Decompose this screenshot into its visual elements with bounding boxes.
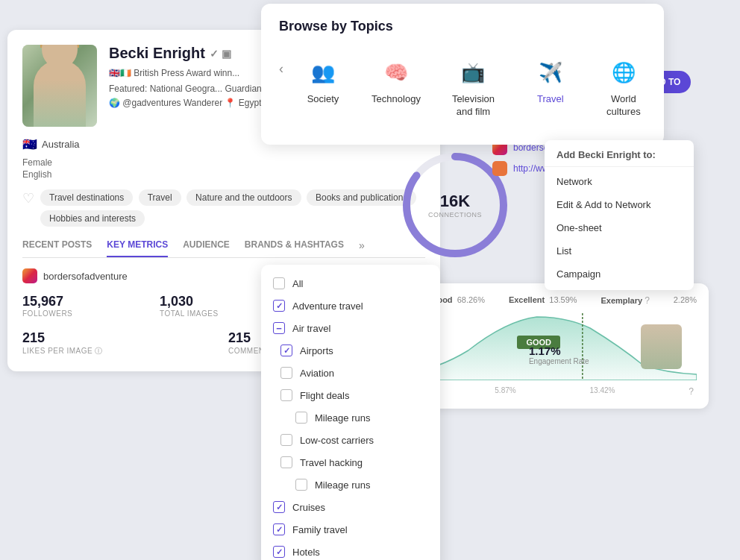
cb-travel-hacking-box[interactable] [280, 456, 292, 468]
context-one-sheet[interactable]: One-sheet [545, 216, 694, 239]
context-menu: Add Becki Enright to: Network Edit & Add… [545, 140, 694, 290]
cb-mileage-runs-1-box[interactable] [295, 412, 307, 424]
topic-technology-label: Technology [371, 93, 421, 106]
followers-value: 15,967 [22, 294, 151, 309]
ig-handle-label: bordersofadventure [43, 271, 128, 282]
tab-recent-posts[interactable]: RECENT POSTS [22, 239, 92, 257]
cb-travel-hacking[interactable]: Travel hacking [261, 451, 440, 474]
cb-all-box[interactable] [273, 277, 285, 289]
topic-television-label: Television and film [448, 93, 498, 119]
verified-icon: ✓ ▣ [210, 48, 231, 60]
chart-thumbnail [641, 324, 682, 369]
browse-topics-card: Browse by Topics ‹ 👥 Society 🧠 Technolog… [261, 4, 664, 145]
world-cultures-icon: 🌐 [609, 57, 639, 87]
instagram-icon [22, 268, 37, 283]
tag-hobbies[interactable]: Hobbies and interests [40, 210, 145, 227]
browse-title: Browse by Topics [279, 19, 646, 34]
cb-cruises[interactable]: Cruises [261, 496, 440, 518]
followers-label: FOLLOWERS [22, 309, 151, 318]
favorite-button[interactable]: ♡ [22, 190, 34, 207]
topic-technology[interactable]: 🧠 Technology [363, 46, 430, 130]
topic-world-cultures[interactable]: 🌐 World cultures [590, 46, 657, 130]
cb-hotels[interactable]: Hotels [261, 541, 440, 560]
cb-cruises-label: Cruises [292, 502, 428, 513]
cb-low-cost[interactable]: Low-cost carriers [261, 429, 440, 451]
cb-hotels-label: Hotels [292, 547, 428, 558]
cb-aviation-box[interactable] [280, 367, 292, 379]
cb-family-travel[interactable]: Family travel [261, 518, 440, 541]
technology-icon: 🧠 [381, 57, 411, 87]
cb-mileage-runs-1-label: Mileage runs [315, 412, 428, 424]
tab-key-metrics[interactable]: KEY METRICS [107, 239, 168, 257]
cb-cruises-box[interactable] [273, 501, 285, 513]
cb-airports-box[interactable] [280, 345, 292, 356]
society-icon: 👥 [308, 57, 338, 87]
likes-value: 215 [22, 330, 219, 346]
chart-area: GOOD 1.17% Engagement Rate [407, 313, 697, 380]
television-icon: 📺 [458, 57, 488, 87]
cb-mileage-runs-1[interactable]: Mileage runs [261, 406, 440, 429]
country-flag-icon: 🇦🇺 [22, 137, 37, 151]
context-edit-add[interactable]: Edit & Add to Network [545, 193, 694, 216]
cb-family-travel-box[interactable] [273, 523, 285, 535]
chart-header: Good 68.26% Excellent 13.59% Exemplary ?… [407, 295, 697, 306]
topic-society-label: Society [307, 93, 339, 106]
profile-tabs: RECENT POSTS KEY METRICS AUDIENCE BRANDS… [22, 239, 425, 258]
cb-air-travel-label: Air travel [292, 323, 428, 334]
cb-hotels-box[interactable] [273, 546, 285, 558]
country-label: Australia [42, 139, 80, 150]
exemplary-pct: 2.28% [674, 295, 697, 306]
topic-world-cultures-label: World cultures [603, 93, 645, 119]
travel-icon: ✈️ [536, 57, 565, 87]
cb-airports-label: Airports [300, 345, 428, 356]
topic-travel[interactable]: ✈️ Travel [517, 46, 584, 130]
tab-more-icon[interactable]: » [359, 239, 365, 257]
context-list[interactable]: List [545, 239, 694, 262]
cb-aviation[interactable]: Aviation [261, 362, 440, 384]
chart-xaxis: 8% 5.87% 13.42% ? [407, 386, 697, 397]
help-icon[interactable]: ? [645, 295, 650, 306]
cb-mileage-runs-2-box[interactable] [295, 479, 307, 491]
context-network[interactable]: Network [545, 170, 694, 193]
rate-box: 1.17% Engagement Rate [529, 345, 589, 365]
tag-nature[interactable]: Nature and the outdoors [186, 189, 301, 206]
rate-label: Engagement Rate [529, 357, 589, 365]
exemplary-label-header: Exemplary ? [601, 295, 649, 306]
tab-brands-hashtags[interactable]: BRANDS & HASHTAGS [245, 239, 344, 257]
cb-travel-hacking-label: Travel hacking [300, 457, 428, 468]
avatar [22, 45, 97, 127]
checkbox-dropdown: All Adventure travel Air travel Airports… [261, 265, 440, 560]
followers-stat: 15,967 FOLLOWERS [22, 294, 151, 320]
tab-audience[interactable]: AUDIENCE [183, 239, 230, 257]
context-menu-header: Add Becki Enright to: [545, 145, 694, 167]
chart-help-icon[interactable]: ? [689, 386, 694, 397]
cb-adventure-travel[interactable]: Adventure travel [261, 295, 440, 317]
tags-section: Travel destinations Travel Nature and th… [40, 187, 425, 229]
cb-airports[interactable]: Airports [261, 339, 440, 362]
cb-mileage-runs-2[interactable]: Mileage runs [261, 474, 440, 496]
cb-adventure-travel-box[interactable] [273, 300, 285, 312]
topic-television[interactable]: 📺 Television and film [436, 46, 511, 130]
connections-count: 16K [428, 192, 482, 211]
chevron-left-button[interactable]: ‹ [279, 46, 289, 77]
x-label-3: 13.42% [590, 386, 615, 397]
topics-list: 👥 Society 🧠 Technology 📺 Television and … [289, 46, 657, 130]
cb-flight-deals-label: Flight deals [300, 390, 428, 401]
cb-flight-deals-box[interactable] [280, 389, 292, 401]
cb-all[interactable]: All [261, 272, 440, 295]
topic-society[interactable]: 👥 Society [289, 46, 357, 130]
cb-low-cost-box[interactable] [280, 434, 292, 446]
tag-travel[interactable]: Travel [139, 189, 181, 206]
tag-travel-destinations[interactable]: Travel destinations [40, 189, 133, 206]
cb-flight-deals[interactable]: Flight deals [261, 384, 440, 406]
cb-air-travel-box[interactable] [273, 322, 285, 334]
engagement-chart-panel: Good 68.26% Excellent 13.59% Exemplary ?… [395, 283, 709, 409]
right-orange-icon [492, 161, 507, 176]
cb-air-travel[interactable]: Air travel [261, 317, 440, 339]
context-campaign[interactable]: Campaign [545, 262, 694, 286]
cb-low-cost-label: Low-cost carriers [300, 435, 428, 446]
topics-row: ‹ 👥 Society 🧠 Technology 📺 Television an… [279, 46, 646, 130]
cb-adventure-travel-label: Adventure travel [292, 301, 428, 312]
cb-all-label: All [292, 278, 428, 289]
connections-label: CONNECTIONS [428, 211, 482, 218]
